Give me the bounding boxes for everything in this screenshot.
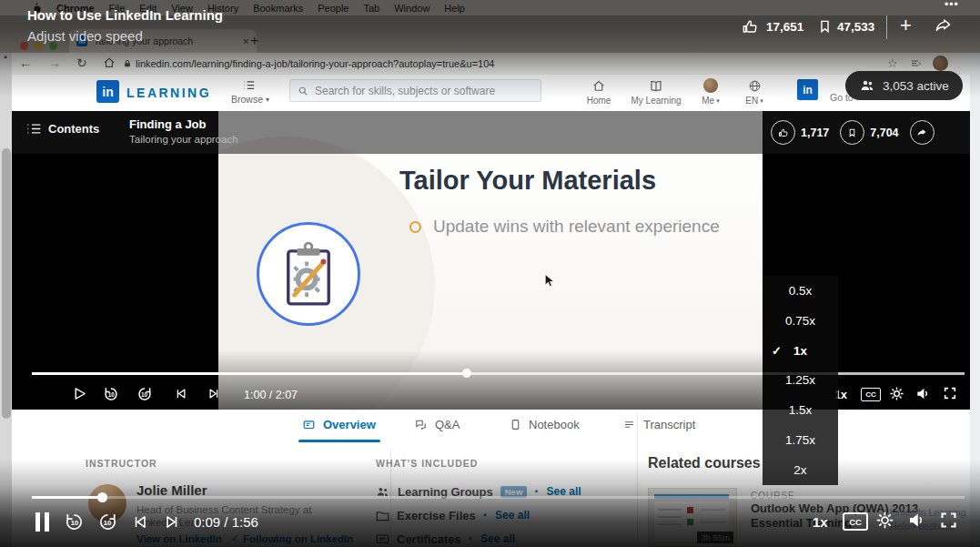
slide-title: Tailor Your Materials [328, 166, 728, 196]
pause-icon [35, 512, 40, 532]
forward-10-button[interactable]: 10 [97, 512, 118, 532]
search-placeholder: Search for skills, subjects or software [315, 85, 495, 97]
scrollbar-thumb[interactable] [2, 148, 11, 419]
speed-option-2x[interactable]: 2x [763, 455, 838, 485]
reload-icon[interactable]: ↻ [76, 56, 87, 70]
bookmark-button[interactable] [840, 120, 864, 145]
related-course-title-line2[interactable]: Essential Training [751, 516, 852, 530]
tab-overview[interactable]: Overview [302, 418, 376, 431]
forward-icon[interactable]: → [48, 56, 61, 70]
search-input[interactable]: Search for skills, subjects or software [289, 79, 541, 102]
playback-speed-button[interactable]: 1x [813, 514, 828, 530]
menubar-item-window[interactable]: Window [394, 3, 429, 14]
nav-language[interactable]: EN▾ [729, 79, 780, 106]
like-button[interactable] [771, 120, 795, 145]
course-duration-badge: 3h 55m [697, 532, 733, 543]
contents-list-icon [27, 123, 41, 135]
inner-settings-gear-icon[interactable] [889, 386, 904, 401]
inner-fullscreen-icon[interactable] [943, 386, 957, 400]
my-learning-icon [649, 79, 663, 93]
certificates-see-all-link[interactable]: See all [480, 532, 515, 545]
add-icon[interactable]: + [900, 14, 912, 37]
inner-progress-handle[interactable] [462, 369, 471, 378]
inner-volume-icon[interactable] [914, 386, 931, 401]
tab-close-icon[interactable]: × [242, 35, 249, 48]
pause-button[interactable] [35, 512, 49, 532]
speed-option-1x[interactable]: ✓ 1x [763, 336, 838, 366]
svg-text:10: 10 [71, 519, 79, 527]
bookmark-icon[interactable] [817, 18, 833, 35]
menubar-item-help[interactable]: Help [444, 3, 465, 14]
volume-button[interactable] [906, 511, 926, 530]
stats-divider [886, 15, 887, 39]
following-link[interactable]: Following on LinkedIn [243, 533, 353, 544]
inner-play-button[interactable] [72, 386, 87, 401]
exercise-files-see-all-link[interactable]: See all [495, 509, 530, 522]
chevron-down-icon: ▾ [716, 97, 720, 105]
slide-bullet-text: Update wins with relevant experience [433, 217, 720, 237]
menubar-item-tab[interactable]: Tab [363, 3, 379, 14]
folder-icon [376, 510, 389, 522]
new-tab-icon[interactable]: + [250, 33, 258, 49]
progress-bar-played [32, 496, 103, 499]
tab-qa[interactable]: Q&A [414, 418, 460, 431]
browser-avatar[interactable] [933, 56, 948, 71]
speed-option-125x[interactable]: 1.25x [763, 366, 838, 396]
tab-transcript[interactable]: Transcript [622, 418, 695, 431]
notebook-icon [510, 418, 521, 431]
thumbs-up-icon[interactable] [742, 18, 759, 35]
share-icon[interactable] [934, 17, 953, 35]
chevron-down-icon: ▾ [266, 96, 269, 104]
browser-home-icon[interactable] [103, 56, 116, 69]
video-player-stage: Chrome File Edit View History Bookmarks … [0, 0, 980, 547]
dot-separator: · [483, 507, 488, 523]
video-subtitle: Adjust video speed [27, 28, 143, 44]
menubar-item-people[interactable]: People [318, 3, 349, 14]
dot-separator: · [469, 531, 473, 547]
share-button[interactable] [910, 120, 935, 145]
lock-icon [123, 58, 132, 69]
speed-option-175x[interactable]: 1.75x [763, 425, 838, 455]
inner-previous-icon[interactable] [174, 387, 187, 400]
tab-notebook[interactable]: Notebook [510, 418, 580, 431]
browse-button[interactable]: Browse ▾ [231, 94, 269, 105]
inner-rewind-10-icon[interactable]: 10 [103, 386, 119, 402]
nav-home[interactable]: Home [571, 79, 626, 106]
more-options-icon[interactable]: ••• [945, 0, 959, 11]
next-video-button[interactable] [164, 513, 181, 531]
url-field[interactable]: linkedin.com/learning/finding-a-job/tail… [136, 58, 645, 69]
inner-captions-icon[interactable]: CC [861, 388, 881, 401]
linkedin-logo[interactable]: in [96, 80, 119, 103]
inner-next-icon[interactable] [207, 387, 221, 400]
settings-gear-icon[interactable] [875, 511, 894, 530]
linkedin-square-logo[interactable]: in [797, 79, 818, 100]
speed-option-05x[interactable]: 0.5x [763, 276, 838, 306]
speed-option-15x[interactable]: 1.5x [763, 395, 838, 425]
view-on-linkedin-link[interactable]: View on LinkedIn [136, 533, 222, 544]
time-display: 0:09 / 1:56 [194, 514, 258, 530]
rewind-10-button[interactable]: 10 [64, 512, 85, 532]
inner-chapter-title: Tailoring your approach [129, 134, 238, 145]
fullscreen-button[interactable] [939, 511, 958, 530]
bookmark-star-icon[interactable]: ☆ [887, 56, 898, 70]
menubar-item-bookmarks[interactable]: Bookmarks [253, 3, 303, 14]
back-icon[interactable]: ← [19, 56, 32, 70]
inner-course-title: Finding a Job [129, 117, 238, 131]
extension-icon[interactable] [910, 58, 922, 69]
chevron-down-icon: ▾ [760, 97, 763, 105]
progress-bar-track[interactable] [32, 496, 965, 499]
slide-bullet: Update wins with relevant experience [409, 217, 720, 237]
progress-bar-handle[interactable] [97, 492, 107, 502]
inner-forward-10-icon[interactable]: 10 [136, 386, 153, 402]
captions-button[interactable]: CC [843, 512, 868, 531]
speed-option-075x[interactable]: 0.75x [763, 306, 838, 336]
contents-button[interactable]: Contents [27, 122, 99, 136]
inner-time-display: 1:00 / 2:07 [244, 389, 298, 401]
right-scrollbar[interactable] [970, 53, 980, 547]
people-icon [859, 78, 875, 93]
previous-video-button[interactable] [131, 513, 148, 531]
left-scrollbar[interactable]: ▲ [0, 53, 12, 547]
search-icon [298, 86, 308, 96]
scroll-up-icon[interactable]: ▲ [3, 54, 8, 59]
nav-my-learning[interactable]: My Learning [629, 79, 683, 106]
